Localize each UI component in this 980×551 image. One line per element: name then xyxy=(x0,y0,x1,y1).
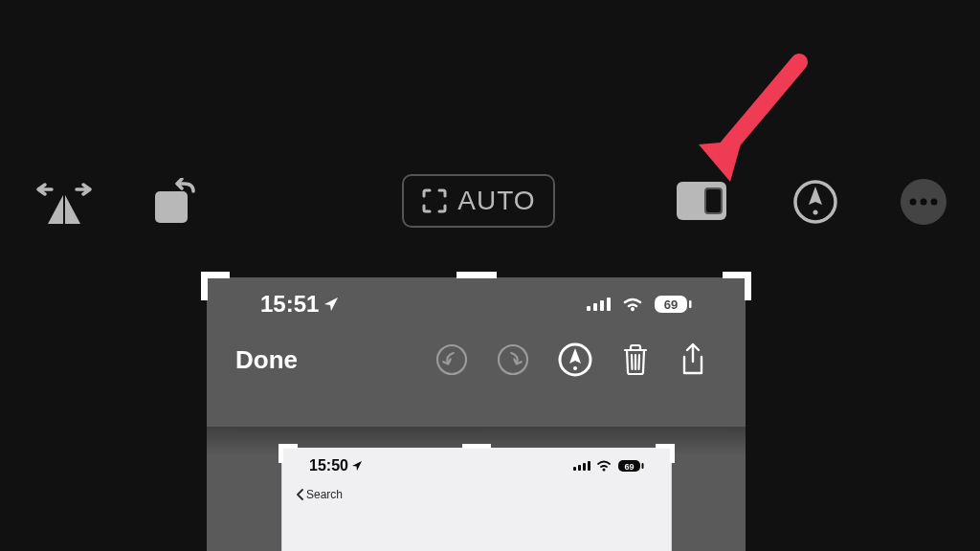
svg-rect-3 xyxy=(705,188,722,213)
markup-active-icon[interactable] xyxy=(558,342,592,377)
ellipsis-icon xyxy=(900,178,947,226)
location-services-icon xyxy=(351,460,363,472)
svg-rect-24 xyxy=(578,465,581,471)
svg-point-19 xyxy=(437,345,466,374)
inner-status-bar: 15:50 69 xyxy=(282,448,671,476)
status-time-text: 15:51 xyxy=(260,291,319,318)
delete-icon[interactable] xyxy=(621,343,650,376)
aspect-ratio-icon xyxy=(675,180,728,222)
share-icon[interactable] xyxy=(679,342,707,377)
crop-handle-top-right[interactable] xyxy=(723,272,751,300)
rotate-icon xyxy=(151,178,203,226)
battery-icon: 69 xyxy=(617,459,644,473)
aspect-ratio-button[interactable] xyxy=(675,180,728,222)
svg-rect-26 xyxy=(588,461,590,471)
crop-handle-top-left[interactable] xyxy=(201,272,230,300)
crop-handle-top[interactable] xyxy=(457,272,497,278)
cellular-signal-icon xyxy=(587,296,612,313)
svg-point-9 xyxy=(931,199,938,206)
redo-icon[interactable] xyxy=(497,343,529,376)
svg-point-5 xyxy=(813,210,818,215)
preview-status-bar: 15:51 69 xyxy=(207,277,746,323)
svg-line-10 xyxy=(723,62,799,153)
svg-rect-11 xyxy=(587,306,590,311)
svg-rect-25 xyxy=(583,463,586,471)
rotate-button[interactable] xyxy=(151,178,203,226)
inner-crop-handle-top[interactable] xyxy=(462,444,491,449)
status-time: 15:51 xyxy=(260,291,340,318)
markup-pen-button[interactable] xyxy=(791,178,839,226)
svg-point-7 xyxy=(910,199,917,206)
screenshot-preview[interactable]: 15:51 69 Done xyxy=(207,277,746,551)
status-indicators: 69 xyxy=(587,295,692,314)
inner-crop-handle-top-right[interactable] xyxy=(656,444,675,463)
inner-back-label: Search xyxy=(306,488,343,501)
inner-status-indicators: 69 xyxy=(573,459,644,473)
chevron-left-icon xyxy=(296,489,304,500)
viewfinder-icon xyxy=(421,187,448,214)
svg-point-8 xyxy=(921,199,927,206)
inner-back-button[interactable]: Search xyxy=(296,488,343,501)
flip-horizontal-icon xyxy=(34,178,94,226)
svg-text:69: 69 xyxy=(624,462,634,472)
svg-point-15 xyxy=(631,307,635,311)
preview-markup-toolbar: Done xyxy=(207,323,746,396)
auto-crop-label: AUTO xyxy=(457,186,535,216)
markup-pen-icon xyxy=(791,178,839,226)
done-button[interactable]: Done xyxy=(226,345,298,375)
more-options-button[interactable] xyxy=(900,178,947,226)
inner-time-text: 15:50 xyxy=(309,457,348,474)
svg-rect-14 xyxy=(607,298,611,311)
auto-crop-button[interactable]: AUTO xyxy=(402,174,555,228)
location-services-icon xyxy=(323,296,340,313)
svg-point-20 xyxy=(499,345,527,374)
svg-rect-17 xyxy=(689,300,692,308)
svg-text:69: 69 xyxy=(664,298,678,312)
svg-rect-1 xyxy=(155,191,188,223)
svg-point-22 xyxy=(573,366,577,370)
svg-rect-12 xyxy=(593,303,597,311)
battery-icon: 69 xyxy=(654,295,692,314)
undo-icon[interactable] xyxy=(435,343,468,376)
inner-crop-handle-top-left[interactable] xyxy=(278,444,298,463)
wifi-icon xyxy=(596,460,612,472)
svg-rect-23 xyxy=(573,467,576,471)
wifi-icon xyxy=(621,296,644,313)
cellular-signal-icon xyxy=(573,460,590,472)
flip-horizontal-button[interactable] xyxy=(34,178,94,226)
svg-rect-0 xyxy=(63,191,65,226)
svg-rect-29 xyxy=(642,463,644,469)
inner-screenshot-preview[interactable]: 15:50 69 xyxy=(281,448,672,551)
inner-status-time: 15:50 xyxy=(309,457,363,474)
svg-rect-13 xyxy=(600,300,604,311)
svg-point-27 xyxy=(603,469,606,472)
